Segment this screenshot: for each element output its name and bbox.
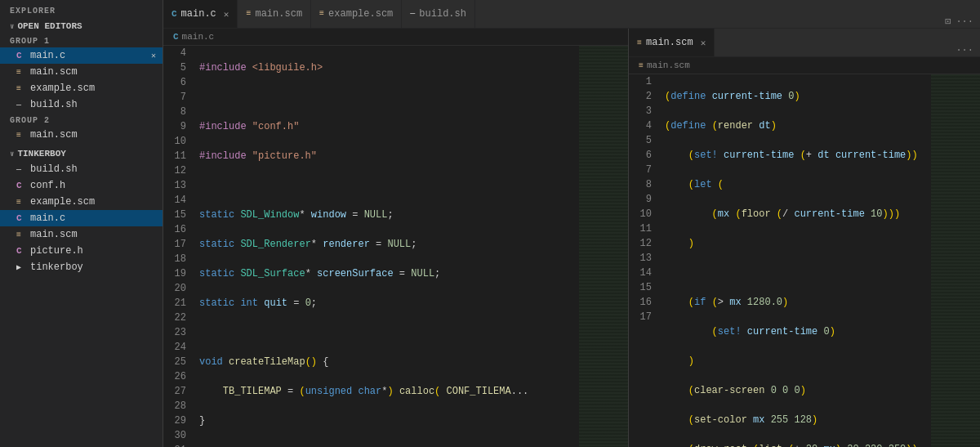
- sidebar-item-label: tinkerboy: [30, 261, 83, 273]
- scm-icon: ≡: [16, 198, 26, 207]
- editor-area: C main.c 4 5 6 7 8 9 10 11 12 13 14 15: [163, 29, 980, 447]
- tab-close-icon[interactable]: ✕: [224, 9, 229, 20]
- right-tab-label: main.scm: [646, 37, 693, 48]
- tab-extras: ⊡ ···: [938, 16, 980, 28]
- close-icon[interactable]: ✕: [151, 51, 156, 60]
- right-minimap-visual: [931, 74, 980, 447]
- sh-icon: —: [16, 101, 26, 110]
- main-content: C main.c ✕ ≡ main.scm ≡ example.scm — bu…: [163, 0, 980, 447]
- sh-icon: —: [16, 165, 26, 174]
- code-content-left[interactable]: #include <libguile.h> #include "conf.h" …: [194, 46, 579, 447]
- c-icon: C: [16, 181, 26, 190]
- group1-label: GROUP 1: [0, 34, 163, 47]
- c-icon: C: [16, 246, 26, 256]
- scm-icon: ≡: [16, 230, 26, 239]
- tab-label: example.scm: [328, 8, 393, 20]
- right-minimap: [931, 74, 980, 447]
- tab-build-sh[interactable]: — build.sh: [402, 0, 475, 28]
- sidebar-item-label: build.sh: [30, 163, 78, 175]
- scm-icon: ≡: [16, 68, 26, 77]
- sidebar-item-label: main.scm: [30, 229, 78, 240]
- sidebar-item-label: picture.h: [30, 245, 83, 257]
- line-numbers: 4 5 6 7 8 9 10 11 12 13 14 15 16 17 18 1…: [163, 46, 194, 447]
- sidebar-item-label: conf.h: [30, 180, 65, 191]
- c-icon: C: [16, 213, 26, 223]
- scm-icon: ≡: [16, 131, 26, 140]
- sidebar-item-main-c[interactable]: C main.c ✕: [0, 47, 163, 64]
- right-editor-pane: ≡ main.scm ✕ ··· ≡ main.scm 1 2 3 4 5: [629, 29, 980, 447]
- left-editor-pane: C main.c 4 5 6 7 8 9 10 11 12 13 14 15: [163, 29, 629, 447]
- tab-scm-icon: ≡: [319, 9, 324, 18]
- open-editors-chevron: ∨: [10, 22, 14, 31]
- tabs-bar: C main.c ✕ ≡ main.scm ≡ example.scm — bu…: [163, 0, 980, 29]
- c-icon: C: [16, 51, 26, 60]
- filename-text: main.c: [182, 32, 215, 42]
- filename-scm-icon: ≡: [639, 61, 644, 70]
- tab-main-c[interactable]: C main.c ✕: [163, 0, 238, 28]
- sidebar-item-example-scm[interactable]: ≡ example.scm: [0, 194, 163, 210]
- tab-label: main.scm: [255, 8, 302, 20]
- sidebar-item-label: main.c: [30, 212, 65, 224]
- sidebar-item-conf-h[interactable]: C conf.h: [0, 177, 163, 194]
- group2-label: GROUP 2: [0, 113, 163, 127]
- right-tab-scm-icon: ≡: [637, 38, 642, 47]
- right-code-view[interactable]: 1 2 3 4 5 6 7 8 9 10 11 12 13 14 15 16 1: [629, 74, 980, 447]
- sidebar-item-label: example.scm: [30, 83, 95, 94]
- sidebar-item-picture-h[interactable]: C picture.h: [0, 243, 163, 259]
- right-line-numbers: 1 2 3 4 5 6 7 8 9 10 11 12 13 14 15 16 1: [629, 74, 660, 447]
- sidebar-item-main-scm-g1[interactable]: ≡ main.scm: [0, 64, 163, 80]
- right-editor-filename: ≡ main.scm: [629, 57, 980, 74]
- tab-scm-icon: ≡: [246, 9, 251, 18]
- tinkerboy-chevron: ∨: [10, 150, 14, 159]
- sidebar-title: EXPLORER: [0, 0, 163, 19]
- sidebar-item-tinkerboy[interactable]: ▶ tinkerboy: [0, 259, 163, 275]
- right-tab-main-scm[interactable]: ≡ main.scm ✕: [629, 29, 715, 56]
- sidebar-item-example-scm-g1[interactable]: ≡ example.scm: [0, 80, 163, 96]
- right-tab-extras: ···: [949, 45, 980, 56]
- tab-label: main.c: [181, 8, 216, 20]
- sidebar-item-label: main.scm: [30, 129, 78, 141]
- minimap-visual: [579, 46, 628, 447]
- sidebar-item-main-c-tb[interactable]: C main.c: [0, 210, 163, 226]
- left-minimap: [579, 46, 628, 447]
- sidebar-item-build-sh-g1[interactable]: — build.sh: [0, 96, 163, 113]
- tab-main-scm[interactable]: ≡ main.scm: [238, 0, 311, 28]
- code-content-right[interactable]: (define current-time 0) (define (render …: [660, 74, 931, 447]
- tinkerboy-section[interactable]: ∨ TINKERBOY: [0, 146, 163, 161]
- right-tabs-bar: ≡ main.scm ✕ ···: [629, 29, 980, 57]
- sidebar-item-main-scm-g2[interactable]: ≡ main.scm: [0, 127, 163, 143]
- right-filename-text: main.scm: [647, 60, 690, 70]
- folder-icon: ▶: [16, 262, 26, 272]
- sidebar-item-main-scm-tb[interactable]: ≡ main.scm: [0, 226, 163, 243]
- tab-example-scm[interactable]: ≡ example.scm: [311, 0, 402, 28]
- sidebar-item-label: main.scm: [30, 66, 78, 78]
- open-editors-section[interactable]: ∨ OPEN EDITORS: [0, 19, 163, 34]
- left-code-view[interactable]: 4 5 6 7 8 9 10 11 12 13 14 15 16 17 18 1…: [163, 46, 628, 447]
- sidebar-item-label: example.scm: [30, 196, 95, 208]
- tinkerboy-label: TINKERBOY: [17, 149, 65, 159]
- sidebar-item-build-sh[interactable]: — build.sh: [0, 161, 163, 177]
- sidebar-item-label: build.sh: [30, 99, 78, 110]
- tab-c-icon: C: [172, 9, 177, 19]
- scm-icon: ≡: [16, 84, 26, 93]
- right-more-icon[interactable]: ···: [956, 45, 973, 56]
- left-editor-filename: C main.c: [163, 29, 628, 46]
- tab-label: build.sh: [419, 8, 466, 20]
- sidebar-item-label: main.c: [30, 50, 65, 61]
- tab-sh-icon: —: [410, 9, 415, 18]
- open-editors-label: OPEN EDITORS: [17, 21, 82, 31]
- more-tabs-icon[interactable]: ···: [956, 16, 973, 28]
- split-editor-icon[interactable]: ⊡: [945, 16, 951, 28]
- filename-c-icon: C: [173, 32, 179, 42]
- sidebar: EXPLORER ∨ OPEN EDITORS GROUP 1 C main.c…: [0, 0, 163, 447]
- right-tab-close-icon[interactable]: ✕: [701, 38, 706, 48]
